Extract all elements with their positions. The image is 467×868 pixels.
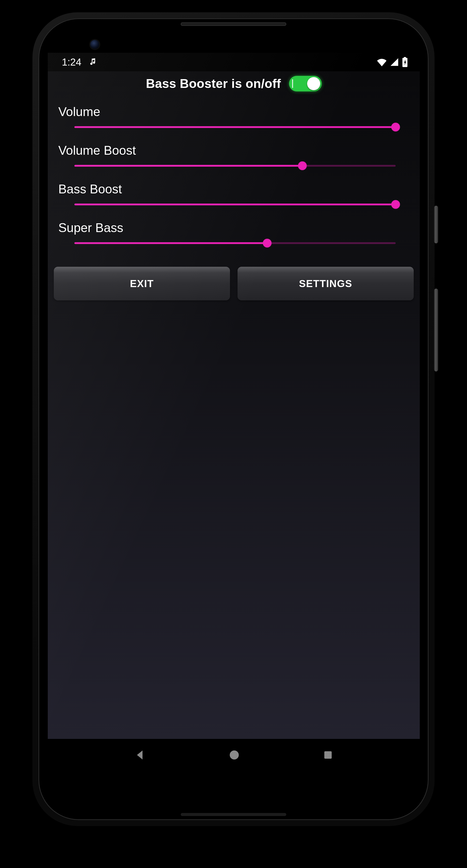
settings-button[interactable]: SETTINGS — [237, 267, 414, 300]
super_bass-slider[interactable] — [75, 236, 396, 251]
nav-back-icon[interactable] — [134, 749, 146, 761]
volume-slider[interactable] — [75, 120, 396, 135]
volume_boost-label: Volume Boost — [58, 143, 409, 158]
device-screen: 1:24 — [48, 53, 420, 771]
slider-thumb[interactable] — [263, 239, 271, 247]
slider-thumb[interactable] — [298, 161, 307, 170]
super_bass-label: Super Bass — [58, 220, 409, 235]
earpiece-speaker — [181, 22, 286, 26]
app-surface: Bass Booster is on/off VolumeVolume Boos… — [48, 71, 420, 739]
app-header: Bass Booster is on/off — [48, 71, 420, 94]
nav-home-icon[interactable] — [228, 749, 240, 761]
button-row: EXIT SETTINGS — [48, 251, 420, 300]
system-nav-bar — [48, 739, 420, 771]
bottom-speaker — [181, 813, 286, 816]
wifi-icon — [377, 58, 387, 66]
music-note-icon — [88, 58, 97, 67]
bass_boost-slider[interactable] — [75, 197, 396, 212]
slider-thumb[interactable] — [391, 200, 400, 209]
nav-recent-icon[interactable] — [322, 749, 333, 761]
power-button[interactable] — [434, 206, 438, 243]
status-bar: 1:24 — [48, 53, 420, 71]
slider-fill — [75, 242, 267, 244]
svg-rect-1 — [404, 57, 406, 58]
power-toggle[interactable] — [289, 76, 322, 91]
slider-fill — [75, 126, 396, 128]
cell-signal-icon — [389, 58, 399, 66]
front-camera — [90, 40, 99, 49]
svg-point-2 — [230, 750, 239, 760]
slider-fill — [75, 204, 396, 206]
app-title: Bass Booster is on/off — [146, 76, 281, 91]
volume-label: Volume — [58, 104, 409, 119]
battery-charging-icon — [402, 57, 408, 67]
slider-thumb[interactable] — [391, 123, 400, 131]
slider-fill — [75, 165, 302, 167]
svg-rect-3 — [324, 751, 331, 758]
bass_boost-label: Bass Boost — [58, 182, 409, 196]
volume-rocker[interactable] — [434, 288, 438, 371]
volume_boost-slider[interactable] — [75, 158, 396, 173]
controls-panel: VolumeVolume BoostBass BoostSuper Bass — [48, 94, 420, 251]
exit-button[interactable]: EXIT — [54, 267, 230, 300]
status-clock: 1:24 — [62, 57, 82, 68]
